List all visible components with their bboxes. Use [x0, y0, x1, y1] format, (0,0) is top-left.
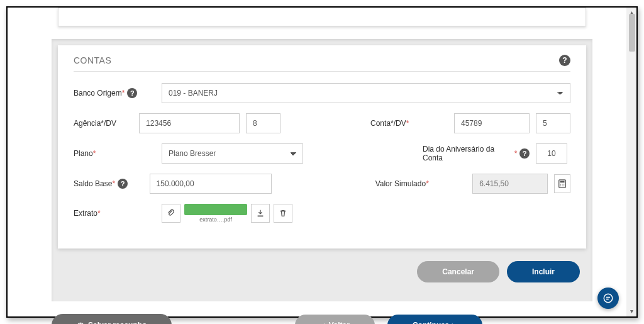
trash-icon [279, 209, 287, 218]
agencia-dv-input[interactable] [246, 113, 280, 133]
conta-dv-label: Conta*/DV* [370, 119, 448, 128]
conta-input[interactable] [454, 113, 530, 133]
saldo-base-input[interactable] [150, 174, 272, 194]
agencia-dv-label: Agência*/DV [74, 119, 133, 128]
panel-title: CONTAS [74, 55, 111, 65]
svg-point-2 [560, 184, 561, 184]
download-icon [256, 209, 265, 218]
banco-origem-help-icon[interactable]: ? [127, 88, 137, 98]
contas-panel: CONTAS ? Banco Origem * ? 019 - BANERJ A… [58, 45, 586, 249]
svg-point-4 [564, 184, 564, 184]
banco-origem-label: Banco Origem * ? [74, 88, 155, 98]
svg-point-7 [564, 186, 564, 186]
plano-select[interactable]: Plano Bresser [162, 143, 303, 164]
svg-point-6 [562, 186, 562, 186]
svg-point-5 [560, 186, 561, 186]
voltar-button[interactable]: ◀ Voltar [295, 315, 375, 324]
download-button[interactable] [251, 204, 270, 223]
plano-label: Plano* [74, 149, 155, 158]
svg-point-3 [562, 184, 562, 184]
banco-origem-select[interactable]: 019 - BANERJ [162, 83, 570, 103]
continuar-button[interactable]: Continuar ▶ [387, 315, 482, 324]
cancelar-button[interactable]: Cancelar [417, 261, 499, 282]
salvar-rascunho-button[interactable]: Salvar rascunho [52, 314, 172, 324]
svg-rect-1 [560, 181, 565, 183]
file-name: extrato….pdf [199, 216, 232, 223]
dia-aniversario-label: Dia do Aniversário da Conta* ? [423, 145, 530, 162]
dia-aniversario-input[interactable] [536, 143, 567, 164]
saldo-base-label: Saldo Base* ? [74, 179, 143, 189]
saldo-base-help-icon[interactable]: ? [118, 179, 128, 189]
valor-simulado-label: Valor Simulado* [375, 179, 467, 188]
conta-dv-input[interactable] [536, 113, 570, 133]
chat-icon [602, 293, 614, 304]
chevron-right-icon: ▶ [452, 322, 457, 325]
valor-simulado-output [472, 174, 548, 194]
attach-button[interactable] [162, 204, 180, 223]
incluir-button[interactable]: Incluir [507, 261, 580, 282]
calculator-icon [558, 179, 567, 188]
chevron-left-icon: ◀ [320, 322, 325, 325]
clock-icon [77, 320, 84, 324]
file-preview: extrato….pdf [184, 204, 247, 223]
dia-aniversario-help-icon[interactable]: ? [519, 148, 530, 159]
agencia-input[interactable] [139, 113, 240, 133]
file-thumbnail [184, 204, 247, 215]
delete-button[interactable] [274, 204, 292, 223]
calculator-button[interactable] [554, 174, 570, 193]
extrato-label: Extrato* [74, 209, 155, 218]
panel-help-icon[interactable]: ? [559, 55, 570, 66]
svg-point-8 [604, 294, 613, 303]
paperclip-icon [167, 209, 175, 218]
chat-fab[interactable] [597, 288, 619, 309]
previous-panel-stub [58, 8, 586, 26]
